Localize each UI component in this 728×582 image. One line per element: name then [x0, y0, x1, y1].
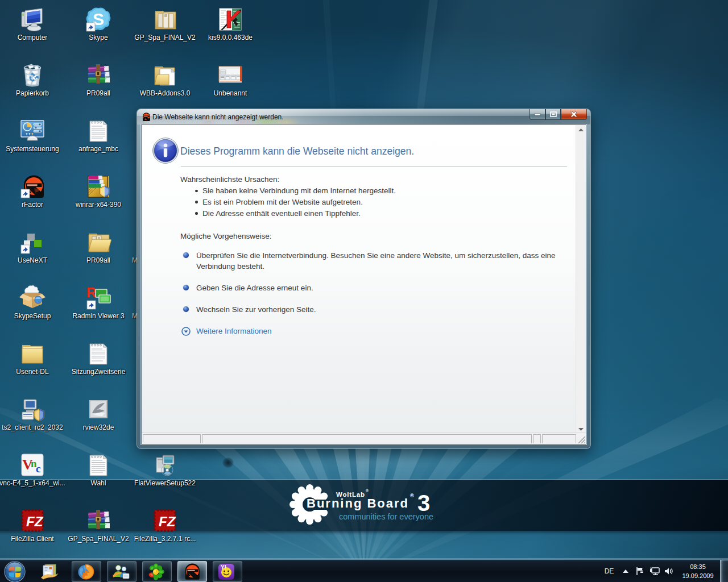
svg-text:Y!: Y! [221, 564, 226, 571]
svg-text:Burning Board: Burning Board [307, 496, 409, 510]
svg-text:®: ® [366, 489, 369, 493]
svg-text:WoltLab: WoltLab [336, 491, 365, 498]
svg-text:c: c [36, 463, 40, 475]
svg-text:communities for everyone: communities for everyone [339, 512, 433, 521]
svg-text:®: ® [410, 493, 414, 498]
svg-text:R: R [86, 285, 96, 300]
